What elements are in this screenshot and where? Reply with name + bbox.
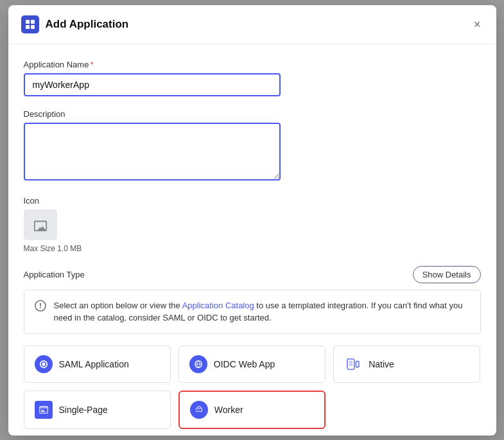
close-button[interactable]: ×	[471, 16, 483, 33]
icon-upload-button[interactable]	[24, 209, 57, 240]
app-type-label: Application Type	[24, 270, 85, 279]
modal-header: Add Application ×	[8, 5, 496, 44]
spa-icon	[35, 401, 53, 419]
info-box: ! Select an option below or view the App…	[24, 290, 481, 334]
native-label: Native	[369, 359, 394, 369]
app-type-spa[interactable]: Single-Page	[24, 391, 171, 429]
info-text: Select an option below or view the Appli…	[54, 299, 470, 324]
max-size-label: Max Size 1.0 MB	[24, 244, 481, 253]
image-icon	[33, 218, 48, 231]
app-name-label: Application Name*	[24, 60, 481, 69]
show-details-button[interactable]: Show Details	[413, 266, 481, 283]
svg-rect-2	[26, 25, 30, 29]
svg-rect-8	[349, 360, 352, 365]
app-type-group: Application Type Show Details ! Select a…	[24, 266, 481, 429]
app-type-grid: SAML Application OIDC Web App	[24, 346, 481, 429]
app-type-worker[interactable]: Worker	[178, 391, 326, 429]
app-name-group: Application Name*	[24, 60, 481, 96]
svg-rect-9	[356, 361, 360, 367]
native-icon	[344, 355, 362, 373]
modal-header-icon	[21, 15, 39, 33]
app-type-native[interactable]: Native	[333, 346, 480, 383]
modal-title: Add Application	[46, 18, 465, 31]
info-icon: !	[35, 300, 46, 314]
app-type-saml[interactable]: SAML Application	[24, 346, 171, 383]
svg-rect-3	[31, 25, 35, 29]
saml-icon	[35, 355, 53, 373]
svg-rect-11	[39, 406, 47, 408]
app-catalog-link[interactable]: Application Catalog	[182, 301, 254, 310]
description-textarea[interactable]	[24, 123, 281, 180]
app-name-input[interactable]	[24, 73, 281, 96]
add-application-modal: Add Application × Application Name* Desc…	[8, 5, 496, 436]
modal-body: Application Name* Description Icon Max S…	[8, 44, 496, 436]
spa-label: Single-Page	[59, 405, 108, 415]
description-label: Description	[24, 109, 481, 119]
icon-label: Icon	[24, 196, 481, 206]
app-icon	[25, 19, 35, 30]
required-indicator: *	[90, 60, 93, 69]
svg-text:!: !	[39, 302, 42, 310]
saml-label: SAML Application	[59, 359, 129, 369]
worker-icon	[190, 401, 208, 419]
worker-label: Worker	[214, 405, 243, 415]
svg-rect-0	[26, 20, 30, 24]
oidc-label: OIDC Web App	[214, 359, 275, 369]
oidc-icon	[189, 355, 207, 373]
app-type-header: Application Type Show Details	[24, 266, 481, 283]
icon-group: Icon Max Size 1.0 MB	[24, 196, 481, 253]
svg-rect-1	[31, 20, 35, 24]
app-type-oidc[interactable]: OIDC Web App	[178, 346, 326, 383]
description-group: Description	[24, 109, 481, 183]
